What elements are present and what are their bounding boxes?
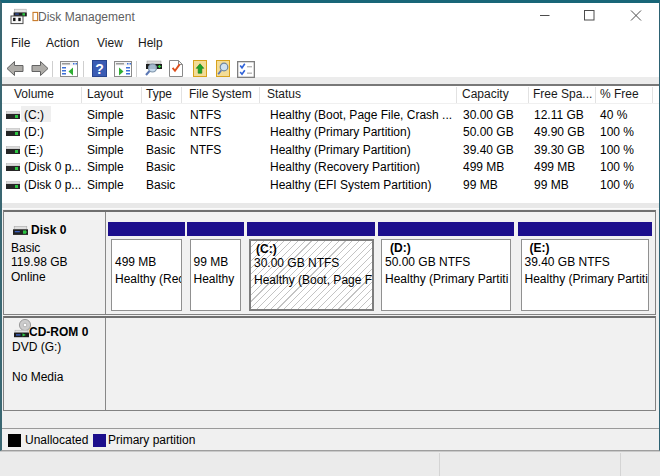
svg-text:?: ? xyxy=(95,61,104,77)
